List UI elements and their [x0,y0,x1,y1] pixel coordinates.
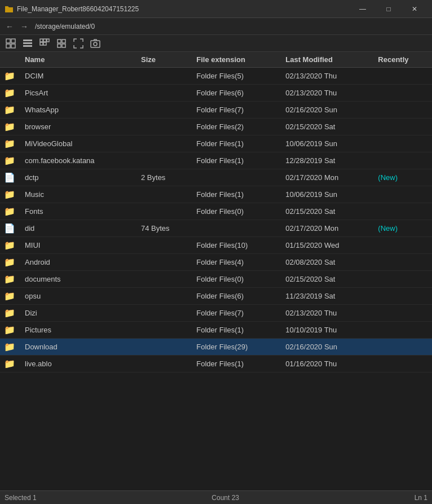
row-name: DCIM [20,68,136,85]
row-size [136,119,192,135]
row-recent [373,119,432,135]
row-size [136,288,192,305]
folder-icon: 📁 [4,342,15,352]
maximize-button[interactable]: □ [376,0,402,18]
row-recent [373,339,432,356]
row-recent: (New) [373,220,432,237]
row-name: Download [20,339,136,356]
table-row[interactable]: 📁live.abloFolder Files(1)01/16/2020 Thu [0,356,432,372]
forward-button[interactable]: → [18,20,30,33]
table-row[interactable]: 📁browserFolder Files(2)02/15/2020 Sat [0,119,432,135]
row-ext: Folder Files(1) [192,152,281,169]
folder-icon: 📁 [4,257,15,267]
row-modified: 02/17/2020 Mon [281,169,373,186]
status-bar: Selected 1 Count 23 Ln 1 [0,490,432,504]
row-ext: Folder Files(7) [192,102,281,119]
row-ext: Folder Files(5) [192,68,281,85]
row-recent [373,186,432,203]
row-icon: 📄 [0,220,20,237]
toolbar-btn-4[interactable] [54,36,69,51]
row-size [136,237,192,254]
row-modified: 02/08/2020 Sat [281,254,373,271]
col-modified[interactable]: Last Modified [281,52,373,68]
row-recent [373,271,432,288]
table-row[interactable]: 📁MIUIFolder Files(10)01/15/2020 Wed [0,237,432,254]
row-name: Android [20,254,136,271]
camera-button[interactable] [88,36,103,51]
col-size[interactable]: Size [136,52,192,68]
table-row[interactable]: 📁DownloadFolder Files(29)02/16/2020 Sun [0,339,432,356]
row-ext: Folder Files(1) [192,322,281,339]
svg-rect-8 [43,39,46,42]
table-row[interactable]: 📁DiziFolder Files(7)02/13/2020 Thu [0,305,432,322]
table-row[interactable]: 📁WhatsAppFolder Files(7)02/16/2020 Sun [0,102,432,119]
row-name: Fonts [20,203,136,220]
toolbar-btn-5[interactable] [71,36,86,51]
svg-rect-10 [40,42,43,45]
row-recent [373,68,432,85]
table-header-row: Name Size File extension Last Modified R… [0,52,432,68]
row-ext: Folder Files(0) [192,271,281,288]
minimize-button[interactable]: — [350,0,376,18]
folder-icon: 📁 [4,156,15,165]
row-icon: 📁 [0,339,20,356]
toolbar-btn-3[interactable] [37,36,52,51]
table-row[interactable]: 📁FontsFolder Files(0)02/15/2020 Sat [0,203,432,220]
col-name[interactable]: Name [20,52,136,68]
row-recent [373,237,432,254]
new-badge: (New) [378,173,398,182]
row-ext [192,220,281,237]
row-size [136,322,192,339]
col-ext[interactable]: File extension [192,52,281,68]
back-button[interactable]: ← [3,20,16,33]
folder-icon: 📁 [4,88,15,98]
col-recent[interactable]: Recently [373,52,432,68]
svg-rect-16 [91,41,100,47]
table-row[interactable]: 📁DCIMFolder Files(5)02/13/2020 Thu [0,68,432,85]
svg-rect-12 [58,40,61,43]
table-row[interactable]: 📁opsuFolder Files(6)11/23/2019 Sat [0,288,432,305]
toolbar-btn-2[interactable] [20,36,35,51]
row-modified: 02/15/2020 Sat [281,271,373,288]
row-size [136,85,192,102]
row-name: opsu [20,288,136,305]
row-name: Pictures [20,322,136,339]
toolbar-btn-1[interactable] [3,36,18,51]
table-row[interactable]: 📁MiVideoGlobalFolder Files(1)10/06/2019 … [0,135,432,152]
row-size [136,152,192,169]
row-recent [373,203,432,220]
table-row[interactable]: 📁com.facebook.katanaFolder Files(1)12/28… [0,152,432,169]
window-title: File_Manager_Robert866042047151225 [17,5,350,13]
table-row[interactable]: 📁documentsFolder Files(0)02/15/2020 Sat [0,271,432,288]
row-name: WhatsApp [20,102,136,119]
row-recent [373,85,432,102]
row-name: dctp [20,169,136,186]
table-row[interactable]: 📄dctp2 Bytes02/17/2020 Mon(New) [0,169,432,186]
row-recent [373,322,432,339]
table-row[interactable]: 📁PicturesFolder Files(1)10/10/2019 Thu [0,322,432,339]
folder-icon: 📁 [4,207,15,216]
row-size [136,68,192,85]
table-row[interactable]: 📄did74 Bytes02/17/2020 Mon(New) [0,220,432,237]
row-modified: 11/23/2019 Sat [281,288,373,305]
row-modified: 01/15/2020 Wed [281,237,373,254]
row-name: MiVideoGlobal [20,135,136,152]
table-row[interactable]: 📁AndroidFolder Files(4)02/08/2020 Sat [0,254,432,271]
file-list-container[interactable]: Name Size File extension Last Modified R… [0,52,432,490]
row-recent [373,254,432,271]
svg-point-17 [94,42,97,46]
table-row[interactable]: 📁MusicFolder Files(1)10/06/2019 Sun [0,186,432,203]
row-modified: 02/16/2020 Sun [281,339,373,356]
row-recent [373,305,432,322]
table-row[interactable]: 📁PicsArtFolder Files(6)02/13/2020 Thu [0,85,432,102]
row-size [136,135,192,152]
new-badge: (New) [378,224,398,233]
row-icon: 📁 [0,322,20,339]
row-modified: 10/06/2019 Sun [281,186,373,203]
row-size: 2 Bytes [136,169,192,186]
close-button[interactable]: ✕ [402,0,427,18]
row-modified: 12/28/2019 Sat [281,152,373,169]
row-ext: Folder Files(29) [192,339,281,356]
window-controls: — □ ✕ [350,0,427,18]
svg-rect-4 [23,40,32,41]
